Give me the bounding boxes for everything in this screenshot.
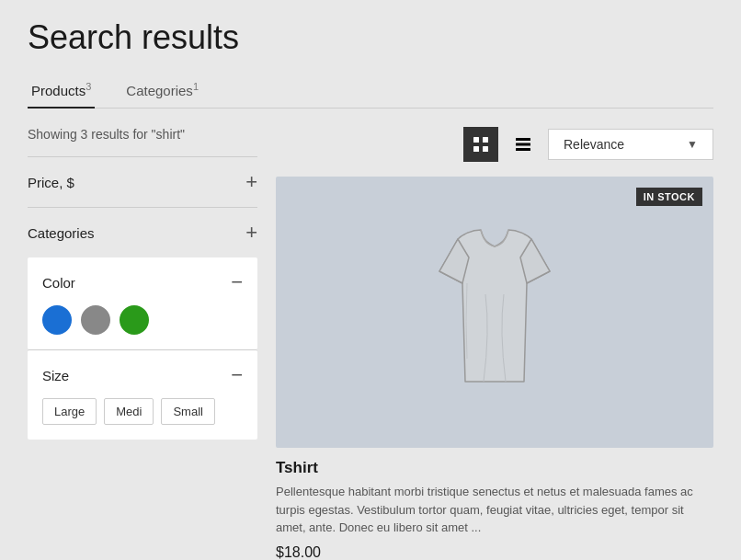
- svg-rect-5: [516, 143, 530, 146]
- price-filter-section: Price, $ +: [28, 156, 257, 207]
- color-filter-header[interactable]: Color −: [42, 272, 243, 292]
- color-swatch-green[interactable]: [120, 305, 149, 335]
- product-name: Tshirt: [276, 459, 713, 477]
- tab-categories[interactable]: Categories1: [122, 74, 202, 108]
- categories-filter-title: Categories: [28, 225, 95, 241]
- page-title: Search results: [28, 18, 713, 57]
- sort-dropdown[interactable]: Relevance ▼: [548, 129, 713, 160]
- color-swatches: [42, 305, 243, 335]
- svg-rect-3: [483, 146, 488, 152]
- tabs-row: Products3 Categories1: [28, 74, 713, 109]
- list-view-button[interactable]: [506, 127, 541, 162]
- main-content: Showing 3 results for "shirt" Price, $ +…: [28, 127, 713, 560]
- page-container: Search results Products3 Categories1 Sho…: [0, 0, 741, 560]
- product-price: $18.00: [276, 544, 713, 561]
- price-filter-header[interactable]: Price, $ +: [28, 172, 257, 192]
- in-stock-badge: IN STOCK: [636, 188, 702, 206]
- tab-categories-count: 1: [193, 81, 199, 92]
- svg-rect-4: [516, 138, 530, 141]
- color-filter-title: Color: [42, 275, 75, 291]
- product-area: Relevance ▼ IN STOCK: [276, 127, 713, 560]
- svg-rect-6: [516, 148, 530, 151]
- size-filter-title: Size: [42, 368, 69, 383]
- size-btn-small[interactable]: Small: [161, 398, 215, 425]
- categories-filter-toggle-icon: +: [245, 223, 257, 243]
- size-filter-toggle-icon: −: [231, 365, 243, 385]
- size-filter-section: Size − Large Medi Small: [28, 349, 257, 440]
- svg-rect-1: [483, 137, 488, 143]
- size-btn-large[interactable]: Large: [42, 398, 97, 425]
- toolbar: Relevance ▼: [276, 127, 713, 162]
- color-swatch-gray[interactable]: [81, 305, 110, 335]
- results-info: Showing 3 results for "shirt": [28, 127, 257, 142]
- grid-view-button[interactable]: [463, 127, 498, 162]
- color-filter-section: Color −: [28, 257, 257, 349]
- categories-filter-section: Categories +: [28, 207, 257, 257]
- price-filter-toggle-icon: +: [245, 172, 257, 192]
- product-image-wrapper: IN STOCK: [276, 177, 713, 448]
- product-info: Tshirt Pellentesque habitant morbi trist…: [276, 448, 713, 560]
- price-filter-title: Price, $: [28, 175, 74, 190]
- sort-chevron-icon: ▼: [687, 138, 698, 151]
- product-card[interactable]: IN STOCK: [276, 177, 713, 560]
- sidebar: Showing 3 results for "shirt" Price, $ +…: [28, 127, 257, 560]
- svg-rect-0: [473, 137, 479, 143]
- tab-products[interactable]: Products3: [28, 74, 95, 108]
- color-filter-toggle-icon: −: [231, 272, 243, 292]
- categories-filter-header[interactable]: Categories +: [28, 223, 257, 243]
- tab-products-label: Products: [31, 83, 86, 98]
- product-image: [403, 211, 587, 414]
- size-filter-header[interactable]: Size −: [42, 365, 243, 385]
- size-btn-medium[interactable]: Medi: [104, 398, 154, 425]
- product-description: Pellentesque habitant morbi tristique se…: [276, 483, 713, 537]
- sort-label: Relevance: [564, 137, 624, 152]
- size-buttons: Large Medi Small: [42, 398, 243, 425]
- svg-rect-2: [473, 146, 479, 152]
- tab-products-count: 3: [86, 81, 91, 92]
- tab-categories-label: Categories: [126, 83, 193, 98]
- color-swatch-blue[interactable]: [42, 305, 72, 335]
